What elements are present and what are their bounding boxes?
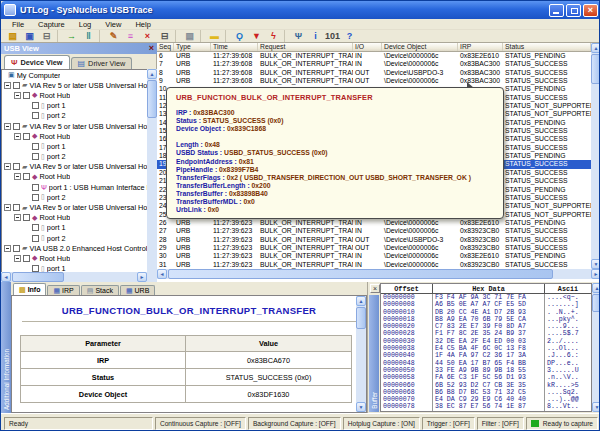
tree-item[interactable]: ◆ Root Hub: [2, 213, 147, 223]
tree-item[interactable]: ▯ port 2: [2, 111, 147, 121]
info-vscrollbar[interactable]: ▲ ▼: [356, 296, 366, 412]
tree-item[interactable]: ▯ port 1: [2, 101, 147, 111]
expander-icon[interactable]: [14, 173, 21, 180]
table-row[interactable]: 29 URB 11:27:39:623 BULK_OR_INTERRUPT_TR…: [157, 244, 591, 252]
side-tab-additional-information[interactable]: Additional Information: [1, 282, 11, 413]
restore-button[interactable]: [566, 4, 581, 17]
checkbox[interactable]: [23, 133, 30, 140]
toolbar-button[interactable]: ?: [342, 30, 357, 42]
checkbox[interactable]: [13, 123, 20, 130]
checkbox[interactable]: [32, 102, 39, 109]
expander-icon[interactable]: [14, 214, 21, 221]
toolbar-button[interactable]: ϟ: [266, 30, 281, 42]
table-vscrollbar[interactable]: ▲ ▼: [591, 43, 600, 269]
toolbar-button[interactable]: [200, 30, 204, 42]
expander-icon[interactable]: [14, 255, 21, 262]
buffer-close-icon[interactable]: ×: [370, 284, 380, 293]
checkbox[interactable]: [23, 92, 30, 99]
side-tab-buffer[interactable]: Buffer: [369, 295, 379, 412]
checkbox[interactable]: [32, 184, 39, 191]
column-header-type[interactable]: Type: [174, 43, 211, 51]
toolbar-button[interactable]: Ϙ: [232, 30, 247, 42]
toolbar-button[interactable]: ‖: [81, 30, 96, 42]
tree-item[interactable]: ▰ VIA Rev 5 or later USB Universal Host …: [2, 80, 147, 90]
toolbar-button[interactable]: ≡: [123, 30, 138, 42]
checkbox[interactable]: [13, 163, 20, 170]
expander-icon[interactable]: [4, 204, 11, 211]
info-tab[interactable]: ▤ Stack: [81, 285, 119, 295]
tree-hscrollbar[interactable]: ◄ ►: [1, 272, 147, 282]
table-row[interactable]: 26 URB 11:27:39:623 BULK_OR_INTERRUPT_TR…: [157, 219, 591, 227]
expander-icon[interactable]: [4, 245, 11, 252]
tree-item[interactable]: ▰ VIA USB 2.0 Enhanced Host Controller: [2, 243, 147, 253]
tree-item[interactable]: ▰ VIA Rev 5 or later USB Universal Host …: [2, 121, 147, 131]
info-tab[interactable]: ▦ IRP: [47, 285, 79, 295]
close-button[interactable]: ×: [583, 4, 598, 17]
usb-view-tab[interactable]: Ψ Device View: [4, 55, 70, 69]
tree-item[interactable]: Ψ port 1 : USB Human Interface D: [2, 182, 147, 192]
menu-item[interactable]: File: [5, 20, 31, 29]
toolbar-button[interactable]: [57, 30, 61, 42]
hex-vscrollbar[interactable]: ▲ ▼: [592, 283, 600, 412]
toolbar-button[interactable]: Ψ: [291, 30, 306, 42]
checkbox[interactable]: [32, 112, 39, 119]
checkbox[interactable]: [23, 214, 30, 221]
menu-item[interactable]: Log: [72, 20, 99, 29]
toolbar-button[interactable]: i: [308, 30, 323, 42]
expander-icon[interactable]: [4, 163, 11, 170]
minimize-button[interactable]: [549, 4, 564, 17]
checkbox[interactable]: [23, 173, 30, 180]
table-row[interactable]: 9 URB 11:27:39:608 BULK_OR_INTERRUPT_TRA…: [157, 77, 591, 85]
toolbar-button[interactable]: [225, 30, 229, 42]
usb-view-tab[interactable]: ▤ Driver View: [71, 57, 133, 69]
column-header-device[interactable]: Device Object: [382, 43, 458, 51]
panel-close-icon[interactable]: ×: [149, 44, 154, 53]
table-row[interactable]: 31 URB 11:27:39:623 BULK_OR_INTERRUPT_TR…: [157, 261, 591, 269]
checkbox[interactable]: [13, 245, 20, 252]
toolbar-button[interactable]: [175, 30, 179, 42]
tree-vscrollbar[interactable]: ▲ ▼: [147, 69, 157, 314]
column-header-status[interactable]: Status: [503, 43, 591, 51]
checkbox[interactable]: [13, 82, 20, 89]
tree-item[interactable]: ▣ My Computer: [2, 70, 147, 80]
column-header-irp[interactable]: IRP: [458, 43, 503, 51]
tree-item[interactable]: ◆ Root Hub: [2, 90, 147, 100]
tree-item[interactable]: ◆ Root Hub: [2, 172, 147, 182]
tree-item[interactable]: ▰ VIA Rev 5 or later USB Universal Host …: [2, 202, 147, 212]
column-header-time[interactable]: Time: [211, 43, 258, 51]
toolbar-button[interactable]: ⊟: [39, 30, 54, 42]
column-header-seq[interactable]: Seq: [157, 43, 174, 51]
table-row[interactable]: 6 URB 11:27:39:608 BULK_OR_INTERRUPT_TRA…: [157, 52, 591, 60]
checkbox[interactable]: [32, 224, 39, 231]
table-row[interactable]: 28 URB 11:27:39:623 BULK_OR_INTERRUPT_TR…: [157, 236, 591, 244]
toolbar-button[interactable]: ✎: [106, 30, 121, 42]
expander-icon[interactable]: [4, 123, 11, 130]
toolbar-button[interactable]: ▤: [182, 30, 197, 42]
checkbox[interactable]: [23, 255, 30, 262]
toolbar-button[interactable]: ▤: [5, 30, 20, 42]
column-header-request[interactable]: Request: [258, 43, 353, 51]
checkbox[interactable]: [32, 153, 39, 160]
info-tab[interactable]: ▤ Info: [13, 283, 46, 295]
toolbar-button[interactable]: ▼: [249, 30, 264, 42]
info-tab[interactable]: ▦ URB: [120, 285, 155, 295]
checkbox[interactable]: [32, 235, 39, 242]
tree-item[interactable]: ◆ Root Hub: [2, 253, 147, 263]
tree-item[interactable]: ▯ port 2: [2, 192, 147, 202]
toolbar-button[interactable]: →: [64, 30, 79, 42]
table-row[interactable]: 7 URB 11:27:39:608 BULK_OR_INTERRUPT_TRA…: [157, 60, 591, 68]
tree-item[interactable]: ▰ VIA Rev 5 or later USB Universal Host …: [2, 162, 147, 172]
menu-item[interactable]: Help: [128, 20, 157, 29]
column-header-io[interactable]: I/O: [353, 43, 382, 51]
toolbar-button[interactable]: [284, 30, 288, 42]
expander-icon[interactable]: [14, 92, 21, 99]
toolbar-button[interactable]: ▣: [22, 30, 37, 42]
toolbar-button[interactable]: ⊟: [157, 30, 172, 42]
expander-icon[interactable]: [4, 82, 11, 89]
table-hscrollbar[interactable]: ◄ ►: [157, 269, 600, 279]
expander-icon[interactable]: [14, 133, 21, 140]
menu-item[interactable]: View: [98, 20, 128, 29]
toolbar-button[interactable]: [99, 30, 103, 42]
toolbar-button[interactable]: 101: [325, 30, 340, 42]
tree-item[interactable]: ▯ port 2: [2, 152, 147, 162]
